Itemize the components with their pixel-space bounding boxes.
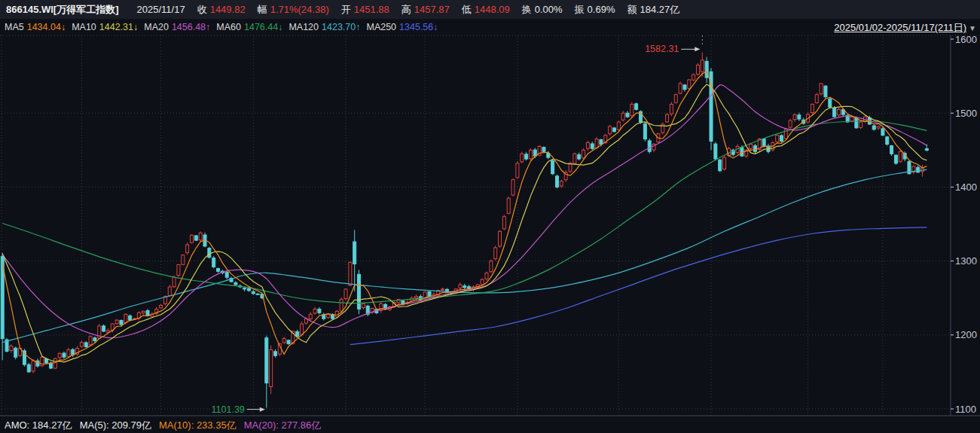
trend-up-icon: ↑ (206, 22, 210, 32)
symbol-title: 866145.WI[万得军工指数] (6, 3, 119, 17)
amo-value: AMO: 184.27亿 (5, 419, 72, 432)
candles (1, 52, 928, 407)
quote-field-amount: 额184.27亿 (627, 3, 679, 17)
period-low-label: 1101.39 (212, 404, 245, 415)
ma-legend-ma60: MA601476.44↓ (216, 22, 282, 32)
dropdown-caret-icon[interactable]: ▼ (969, 24, 976, 32)
trend-down-icon: ↓ (61, 22, 66, 32)
ma10-line (2, 84, 927, 362)
y-axis-label: 1400 (955, 181, 977, 193)
quote-field-amplitude: 振0.69% (575, 3, 615, 17)
trend-up-icon: ↑ (356, 22, 360, 32)
period-high-label: 1582.31 (645, 44, 679, 54)
candlestick-chart[interactable]: 1600150014001300120011001582.311101.39 (0, 0, 980, 433)
stock-chart-window: 1600150014001300120011001582.311101.39 8… (0, 0, 980, 433)
ma-legend-ma120: MA1201423.70↑ (289, 22, 360, 32)
quote-field-open: 开1451.88 (341, 3, 389, 17)
trend-down-icon: ↓ (133, 22, 138, 32)
ma5-line (2, 72, 927, 364)
quote-field-close: 收1449.82 (197, 3, 246, 17)
quote-field-turnover-rate: 换0.00% (522, 3, 563, 17)
quote-field-low: 低1448.09 (462, 3, 510, 17)
ma-legend: MA51434.04↓ MA101442.31↓ MA201456.48↑ MA… (0, 20, 438, 35)
ma-legend-ma250: MA2501345.56↓ (366, 22, 438, 32)
quote-header: 866145.WI[万得军工指数] 2025/11/17 收1449.82 幅1… (0, 0, 980, 19)
date-range-label[interactable]: 2025/01/02-2025/11/17(211日) (834, 21, 966, 35)
volume-pane-header: AMO: 184.27亿 MA(5): 209.79亿 MA(10): 233.… (0, 417, 980, 433)
chart-canvas[interactable]: 1600150014001300120011001582.311101.39 (0, 0, 980, 433)
y-axis-label: 1100 (955, 404, 976, 415)
quote-field-high: 高1457.87 (401, 3, 450, 17)
date-range-selector[interactable]: 2025/01/02-2025/11/17(211日) ▼ (834, 21, 976, 35)
ma-legend-ma10: MA101442.31↓ (72, 22, 138, 32)
amo-ma20-value: MA(20): 277.86亿 (244, 419, 322, 432)
grid-lines (0, 35, 980, 416)
ma20-line (2, 85, 927, 338)
ma-legend-ma5: MA51434.04↓ (5, 22, 66, 32)
y-axis-label: 1200 (955, 329, 977, 340)
amo-ma10-value: MA(10): 233.35亿 (159, 419, 237, 432)
y-axis-label: 1300 (955, 255, 977, 267)
ma60-line (2, 121, 927, 303)
trend-down-icon: ↓ (278, 22, 282, 32)
y-axis: 160015001400130012001100 (0, 34, 980, 416)
ma250-line (350, 227, 927, 345)
trend-down-icon: ↓ (433, 22, 438, 32)
y-axis-label: 1600 (955, 34, 977, 45)
annotations: 1582.311101.39 (212, 35, 703, 415)
quote-date: 2025/11/17 (137, 4, 185, 15)
ma-legend-ma20: MA201456.48↑ (144, 22, 210, 32)
quote-field-change: 幅1.71%(24.38) (258, 3, 329, 17)
amo-ma5-value: MA(5): 209.79亿 (80, 419, 151, 432)
y-axis-label: 1500 (955, 108, 977, 119)
